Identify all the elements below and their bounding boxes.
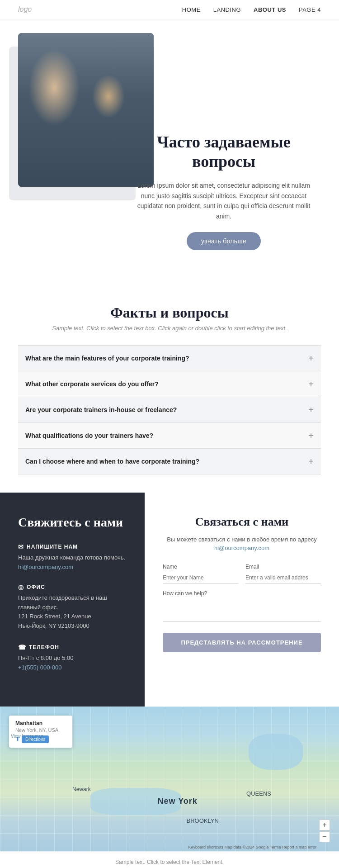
- hero-button[interactable]: узнать больше: [187, 232, 261, 250]
- map-label-newark: Newark: [72, 786, 91, 792]
- faq-expand-icon-4: +: [308, 431, 314, 440]
- map-credit: Keyboard shortcuts Map data ©2024 Google…: [188, 845, 316, 849]
- contact-office-address: 121 Rock Street, 21 Avenue,Нью-Йорк, NY …: [18, 612, 127, 631]
- logo: logo: [18, 5, 32, 14]
- hero-section: Часто задаваемые вопросы Lorem ipsum dol…: [0, 19, 339, 277]
- navbar: logo HOME LANDING ABOUT US PAGE 4: [0, 0, 339, 19]
- faq-question-5: Can I choose where and when to have corp…: [25, 458, 199, 465]
- faq-question-1: What are the main features of your corpo…: [25, 355, 189, 362]
- contact-name-label: Name: [163, 564, 238, 570]
- map-popup: Manhattan New York, NY, USA ⬆ Directions: [9, 716, 72, 748]
- map-label-brooklyn: BROOKLYN: [187, 817, 219, 824]
- contact-email-block: ✉ НАПИШИТЕ НАМ Наша дружная команда гото…: [18, 543, 127, 571]
- nav-home[interactable]: HOME: [182, 6, 201, 13]
- nav-landing[interactable]: LANDING: [213, 6, 241, 13]
- nav-page4[interactable]: PAGE 4: [299, 6, 321, 13]
- faq-subtitle: Sample text. Click to select the text bo…: [18, 325, 321, 332]
- hero-description: Lorem ipsum dolor sit amet, consectetur …: [127, 180, 321, 221]
- faq-expand-icon-1: +: [308, 354, 314, 363]
- contact-name-group: Name: [163, 564, 238, 584]
- map-popup-title: Manhattan: [15, 720, 66, 726]
- contact-office-block: ◎ ОФИС Приходите поздороваться в наш гла…: [18, 583, 127, 631]
- map-popup-sub: New York, NY, USA: [15, 727, 66, 733]
- map-label-queens: QUEENS: [246, 790, 271, 797]
- contact-email-label: ✉ НАПИШИТЕ НАМ: [18, 543, 127, 550]
- contact-phone-label: ☎ ТЕЛЕФОН: [18, 644, 127, 651]
- faq-item-3[interactable]: Are your corporate trainers in-house or …: [18, 397, 321, 423]
- phone-icon: ☎: [18, 644, 26, 651]
- faq-list: What are the main features of your corpo…: [18, 345, 321, 474]
- contact-email-input[interactable]: [245, 572, 321, 584]
- faq-item-5[interactable]: Can I choose where and when to have corp…: [18, 449, 321, 474]
- email-icon: ✉: [18, 543, 24, 550]
- contact-form-desc: Вы можете связаться с нами в любое время…: [163, 535, 321, 553]
- contact-name-input[interactable]: [163, 572, 238, 584]
- map-label-newyork: New York: [157, 797, 197, 806]
- contact-form-panel: Связаться с нами Вы можете связаться с н…: [145, 493, 339, 707]
- faq-title: Факты и вопросы: [18, 304, 321, 321]
- contact-phone-hours: Пн-Пт с 8:00 до 5:00: [18, 654, 127, 663]
- map-background: Manhattan New York, NY, USA ⬆ Directions…: [0, 707, 339, 851]
- faq-item-4[interactable]: What qualifications do your trainers hav…: [18, 423, 321, 449]
- hero-content: Часто задаваемые вопросы Lorem ipsum dol…: [127, 33, 321, 250]
- faq-item-2[interactable]: What other corporate services do you off…: [18, 371, 321, 397]
- footer: Sample text. Click to select the Text El…: [0, 851, 339, 868]
- footer-text: Sample text. Click to select the Text El…: [115, 859, 224, 865]
- map-zoom-out-button[interactable]: −: [319, 831, 330, 842]
- faq-question-3: Are your corporate trainers in-house or …: [25, 406, 177, 413]
- map-larger-link[interactable]: View larger map: [11, 734, 43, 739]
- contact-email-group: Email: [245, 564, 321, 584]
- contact-left-title: Свяжитесь с нами: [18, 515, 127, 530]
- map-water-1: [249, 734, 303, 770]
- contact-phone-block: ☎ ТЕЛЕФОН Пн-Пт с 8:00 до 5:00 +1(555) 0…: [18, 644, 127, 671]
- contact-message-textarea[interactable]: [163, 599, 321, 622]
- contact-message-label: How can we help?: [163, 590, 321, 597]
- contact-email-link[interactable]: hi@ourcompany.com: [18, 564, 73, 570]
- nav-links: HOME LANDING ABOUT US PAGE 4: [182, 6, 321, 13]
- contact-email-desc: Наша дружная команда готова помочь.: [18, 553, 127, 563]
- nav-about[interactable]: ABOUT US: [254, 6, 286, 13]
- faq-item-1[interactable]: What are the main features of your corpo…: [18, 346, 321, 371]
- faq-section: Факты и вопросы Sample text. Click to se…: [0, 277, 339, 493]
- office-icon: ◎: [18, 583, 24, 591]
- faq-question-2: What other corporate services do you off…: [25, 380, 159, 388]
- hero-title: Часто задаваемые вопросы: [127, 133, 321, 171]
- map-zoom-controls: + −: [319, 820, 330, 842]
- contact-section: Свяжитесь с нами ✉ НАПИШИТЕ НАМ Наша дру…: [0, 493, 339, 707]
- contact-form-row-1: Name Email: [163, 564, 321, 584]
- hero-button-container: узнать больше: [127, 232, 321, 250]
- contact-submit-button[interactable]: ПРЕДСТАВЛЯТЬ НА РАССМОТРЕНИЕ: [163, 633, 321, 652]
- map-zoom-in-button[interactable]: +: [319, 820, 330, 830]
- map-section: Manhattan New York, NY, USA ⬆ Directions…: [0, 707, 339, 851]
- faq-question-4: What qualifications do your trainers hav…: [25, 432, 153, 439]
- contact-office-label: ◎ ОФИС: [18, 583, 127, 591]
- contact-email-form-label: Email: [245, 564, 321, 570]
- contact-form-title: Связаться с нами: [163, 515, 321, 529]
- contact-office-desc: Приходите поздороваться в наш главный оф…: [18, 593, 127, 612]
- contact-form-email-link[interactable]: hi@ourcompany.com: [214, 545, 269, 551]
- contact-phone-number[interactable]: +1(555) 000-000: [18, 664, 62, 671]
- faq-expand-icon-5: +: [308, 457, 314, 466]
- faq-expand-icon-2: +: [308, 379, 314, 389]
- contact-info: Свяжитесь с нами ✉ НАПИШИТЕ НАМ Наша дру…: [0, 493, 145, 707]
- faq-expand-icon-3: +: [308, 405, 314, 414]
